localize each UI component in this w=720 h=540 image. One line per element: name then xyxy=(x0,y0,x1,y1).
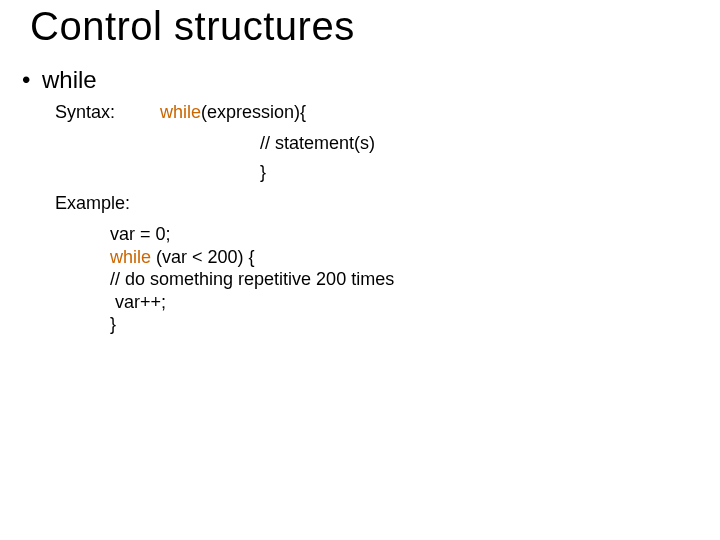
code-line-2-rest: (var < 200) { xyxy=(151,247,255,267)
bullet-marker: • xyxy=(22,66,42,94)
example-code-block: var = 0; while (var < 200) { // do somet… xyxy=(110,223,394,336)
syntax-label: Syntax: xyxy=(55,102,115,123)
page-title: Control structures xyxy=(30,4,355,49)
keyword-while: while xyxy=(110,247,151,267)
syntax-line-1: while(expression){ xyxy=(160,102,306,123)
syntax-line-1-rest: (expression){ xyxy=(201,102,306,122)
keyword-while: while xyxy=(160,102,201,122)
bullet-while: •while xyxy=(22,66,97,94)
syntax-line-2: // statement(s) xyxy=(260,133,375,154)
example-label: Example: xyxy=(55,193,130,214)
code-line-1: var = 0; xyxy=(110,223,394,246)
syntax-line-3: } xyxy=(260,162,266,183)
code-line-4: var++; xyxy=(110,291,394,314)
code-line-2: while (var < 200) { xyxy=(110,246,394,269)
bullet-text: while xyxy=(42,66,97,93)
code-line-3: // do something repetitive 200 times xyxy=(110,268,394,291)
code-line-5: } xyxy=(110,313,394,336)
slide: Control structures •while Syntax: while(… xyxy=(0,0,720,540)
